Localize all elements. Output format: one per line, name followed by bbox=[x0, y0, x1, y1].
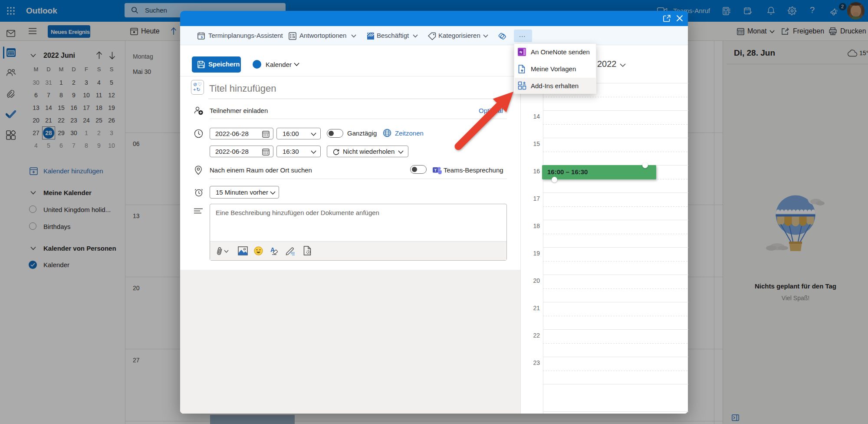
svg-text:T: T bbox=[434, 168, 437, 172]
svg-text:N: N bbox=[519, 50, 522, 54]
